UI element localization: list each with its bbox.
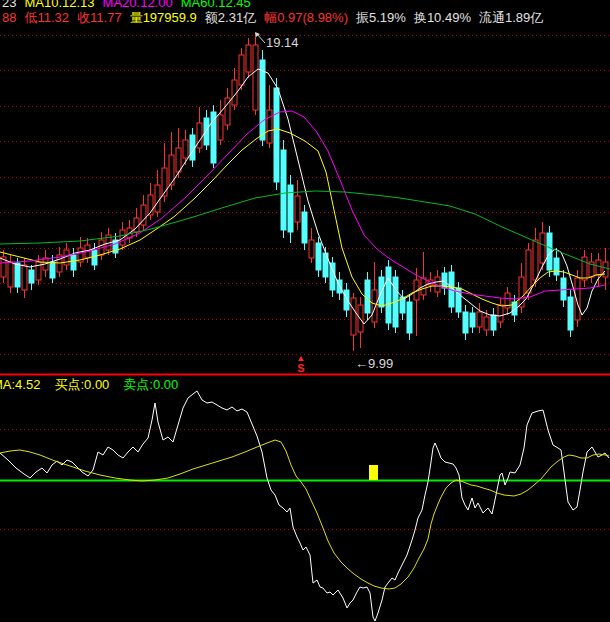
ma20-value: MA20.12.00 (103, 0, 173, 10)
chart-canvas[interactable]: 19.14←9.99S (0, 0, 610, 622)
high-fragment: 88 (2, 11, 16, 25)
ma-line-ma5 (0, 69, 605, 324)
turnover-value: 额2.31亿 (205, 11, 256, 25)
indicator-line (0, 391, 609, 621)
close-value: 收11.77 (77, 11, 122, 25)
low-value: 低11.32 (24, 11, 69, 25)
ma-info-fragment: 23 (2, 0, 16, 10)
svg-text:19.14: 19.14 (266, 35, 299, 50)
sell-point-value: 卖点:0.00 (123, 378, 178, 392)
turnover-rate-value: 换10.49% (414, 11, 471, 25)
trading-terminal-screen: 19.14←9.99S 23MA10.12.13MA20.12.00MA60.1… (0, 0, 610, 622)
float-cap-value: 流通1.89亿 (479, 11, 543, 25)
indicator-ma-value: MA:4.52 (0, 378, 40, 392)
indicator-ma-line (0, 440, 609, 589)
change-value: 幅0.97(8.98%) (264, 11, 348, 25)
quote-info-bar: 88低11.32收11.77量197959.9额2.31亿幅0.97(8.98%… (2, 11, 551, 25)
amplitude-value: 振5.19% (356, 11, 406, 25)
svg-text:←9.99: ←9.99 (355, 356, 393, 371)
buy-signal-bar (369, 465, 378, 480)
svg-text:S: S (297, 362, 304, 374)
buy-point-value: 买点:0.00 (54, 378, 109, 392)
sell-signal-marker: S (297, 356, 304, 374)
ma-info-bar: 23MA10.12.13MA20.12.00MA60.12.45 (2, 0, 259, 10)
indicator-label-bar: MA:4.52买点:0.00卖点:0.00 (0, 378, 610, 392)
ma10-value: MA10.12.13 (24, 0, 94, 10)
ma60-value: MA60.12.45 (181, 0, 251, 10)
volume-value: 量197959.9 (130, 11, 197, 25)
